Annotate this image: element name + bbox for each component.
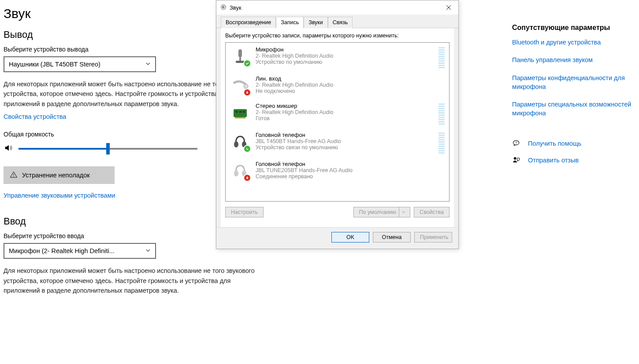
svg-rect-14: [235, 117, 245, 118]
warning-icon: [10, 171, 18, 180]
volume-slider[interactable]: [19, 148, 197, 150]
level-meter: [438, 103, 445, 125]
set-default-label: По умолчанию: [359, 209, 397, 215]
recording-device-item[interactable]: Стерео микшер2- Realtek High Definition …: [226, 99, 449, 128]
configure-button[interactable]: Настроить: [225, 207, 264, 217]
tab-playback[interactable]: Воспроизведение: [221, 17, 276, 28]
apply-button[interactable]: Применить: [414, 232, 452, 243]
dialog-close-button[interactable]: [439, 1, 458, 14]
get-help-link[interactable]: ? Получить помощь: [512, 139, 639, 148]
feedback-link[interactable]: Отправить отзыв: [512, 156, 639, 165]
svg-rect-12: [239, 111, 241, 113]
svg-point-15: [234, 141, 238, 147]
input-description: Для некоторых приложений может быть наст…: [4, 266, 259, 295]
feedback-label: Отправить отзыв: [528, 157, 579, 164]
svg-rect-7: [239, 57, 241, 61]
feedback-icon: [512, 156, 521, 165]
sound-dialog-icon: [220, 4, 227, 12]
related-link-mic-accessibility[interactable]: Параметры специальных возможностей микро…: [512, 100, 639, 118]
check-badge-icon: [243, 59, 251, 67]
device-subtitle: JBL TUNE205BT Hands-Free AG Audio: [256, 167, 445, 173]
device-name: Микрофон: [256, 46, 433, 53]
phone-badge-icon: [243, 145, 251, 153]
svg-rect-6: [238, 49, 242, 57]
chevron-down-icon: [399, 207, 408, 217]
dialog-titlebar: Звук: [216, 0, 458, 15]
dialog-instruction: Выберите устройство записи, параметры ко…: [225, 33, 450, 39]
troubleshoot-label: Устранение неполадок: [22, 172, 90, 179]
recording-device-list[interactable]: Микрофон2- Realtek High Definition Audio…: [225, 42, 450, 202]
device-status: Не подключено: [256, 88, 445, 94]
svg-point-4: [514, 157, 516, 160]
error-badge-icon: [243, 174, 251, 182]
sound-dialog: Звук Воспроизведение Запись Звуки Связь …: [216, 0, 459, 249]
svg-rect-11: [235, 111, 238, 113]
ok-button[interactable]: OK: [331, 232, 369, 243]
device-subtitle: JBL T450BT Hands-Free AG Audio: [256, 138, 433, 144]
device-subtitle: 2- Realtek High Definition Audio: [256, 53, 433, 59]
properties-button[interactable]: Свойства: [414, 207, 450, 217]
dialog-tabs: Воспроизведение Запись Звуки Связь: [216, 15, 458, 28]
device-icon: [230, 46, 250, 66]
device-subtitle: 2- Realtek High Definition Audio: [256, 109, 433, 115]
related-link-mic-privacy[interactable]: Параметры конфиденциальности для микрофо…: [512, 74, 639, 92]
chat-help-icon: ?: [512, 139, 521, 148]
recording-device-item[interactable]: Лин. вход2- Realtek High Definition Audi…: [226, 72, 449, 99]
chevron-down-icon: [145, 248, 151, 254]
svg-point-1: [13, 176, 14, 176]
recording-device-item[interactable]: Микрофон2- Realtek High Definition Audio…: [226, 43, 449, 72]
device-status: Готов: [256, 115, 433, 121]
device-icon: [230, 132, 250, 152]
device-status: Устройство по умолчанию: [256, 59, 433, 65]
device-icon: [230, 161, 250, 181]
svg-point-17: [234, 170, 238, 176]
device-icon: [230, 75, 250, 96]
device-icon: [230, 103, 250, 123]
recording-device-item[interactable]: Головной телефонJBL TUNE205BT Hands-Free…: [226, 157, 449, 184]
dialog-title: Звук: [230, 4, 241, 11]
troubleshoot-button[interactable]: Устранение неполадок: [4, 166, 115, 184]
get-help-label: Получить помощь: [528, 140, 581, 147]
tab-sounds[interactable]: Звуки: [304, 17, 328, 28]
device-name: Лин. вход: [256, 75, 445, 82]
chevron-down-icon: [145, 61, 151, 68]
recording-device-item[interactable]: Головной телефонJBL T450BT Hands-Free AG…: [226, 128, 449, 157]
cancel-button[interactable]: Отмена: [373, 232, 411, 243]
set-default-button[interactable]: По умолчанию: [353, 207, 411, 217]
related-link-bluetooth[interactable]: Bluetooth и другие устройства: [512, 38, 639, 47]
input-device-value: Микрофон (2- Realtek High Definiti...: [9, 247, 115, 254]
device-status: Устройство связи по умолчанию: [256, 144, 433, 151]
device-subtitle: 2- Realtek High Definition Audio: [256, 82, 445, 88]
manage-sound-devices-link[interactable]: Управление звуковыми устройствами: [4, 192, 115, 199]
related-link-sound-panel[interactable]: Панель управления звуком: [512, 55, 639, 64]
error-badge-icon: [243, 88, 251, 96]
level-meter: [438, 132, 445, 154]
input-device-combo[interactable]: Микрофон (2- Realtek High Definiti...: [4, 243, 156, 259]
tab-communications[interactable]: Связь: [328, 17, 353, 28]
device-properties-link[interactable]: Свойства устройства: [4, 113, 66, 120]
output-device-value: Наушники (JBL T450BT Stereo): [9, 61, 100, 68]
svg-rect-10: [234, 109, 247, 117]
tab-recording[interactable]: Запись: [276, 17, 304, 28]
speaker-icon[interactable]: [4, 143, 13, 154]
svg-point-9: [244, 84, 248, 88]
svg-rect-13: [243, 111, 245, 113]
device-status: Соединение прервано: [256, 173, 445, 180]
device-name: Головной телефон: [256, 132, 433, 138]
output-device-combo[interactable]: Наушники (JBL T450BT Stereo): [4, 56, 156, 72]
device-name: Головной телефон: [256, 161, 445, 167]
svg-text:?: ?: [515, 141, 517, 145]
device-name: Стерео микшер: [256, 103, 433, 109]
related-settings-heading: Сопутствующие параметры: [512, 24, 639, 32]
volume-slider-thumb[interactable]: [106, 143, 110, 154]
level-meter: [438, 46, 445, 68]
